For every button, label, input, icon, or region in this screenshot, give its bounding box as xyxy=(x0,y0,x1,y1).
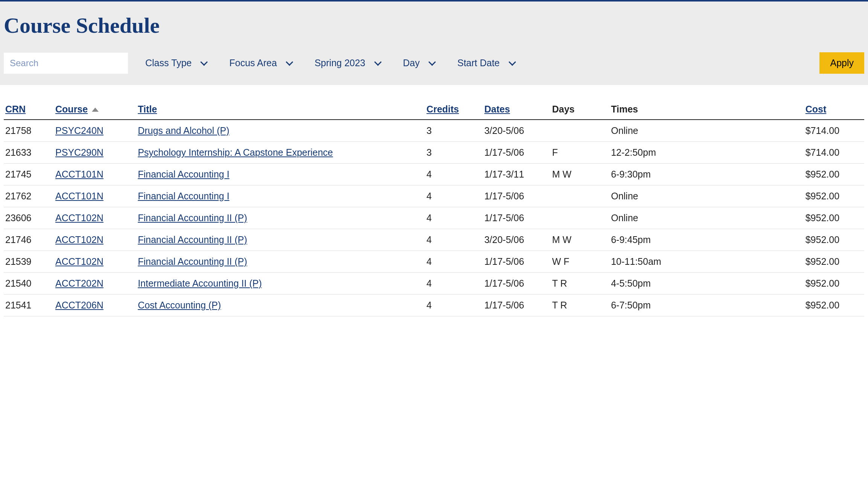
col-header-course[interactable]: Course xyxy=(54,100,136,120)
cell-crn: 23606 xyxy=(4,207,54,229)
search-input[interactable] xyxy=(4,53,128,74)
cell-credits: 4 xyxy=(425,229,483,251)
cell-times: 6-7:50pm xyxy=(609,295,804,316)
table-row: 23606ACCT102NFinancial Accounting II (P)… xyxy=(4,207,864,229)
cell-times: 6-9:30pm xyxy=(609,164,804,185)
start-date-dropdown[interactable]: Start Date xyxy=(452,54,520,72)
cell-dates: 1/17-3/11 xyxy=(483,164,551,185)
cell-cost: $952.00 xyxy=(804,229,864,251)
cell-days: T R xyxy=(551,273,610,295)
cell-times: 6-9:45pm xyxy=(609,229,804,251)
course-link[interactable]: ACCT102N xyxy=(55,234,104,245)
cell-crn: 21746 xyxy=(4,229,54,251)
table-row: 21745ACCT101NFinancial Accounting I41/17… xyxy=(4,164,864,185)
cell-cost: $952.00 xyxy=(804,295,864,316)
title-link[interactable]: Cost Accounting (P) xyxy=(138,300,221,310)
cell-crn: 21762 xyxy=(4,185,54,207)
col-header-crn-label: CRN xyxy=(5,104,26,114)
course-link[interactable]: PSYC290N xyxy=(55,147,104,158)
term-label: Spring 2023 xyxy=(315,58,365,68)
cell-title: Cost Accounting (P) xyxy=(136,295,425,316)
title-link[interactable]: Drugs and Alcohol (P) xyxy=(138,125,229,136)
cell-cost: $952.00 xyxy=(804,251,864,273)
title-link[interactable]: Psychology Internship: A Capstone Experi… xyxy=(138,147,333,158)
cell-cost: $952.00 xyxy=(804,164,864,185)
focus-area-dropdown[interactable]: Focus Area xyxy=(224,54,297,72)
chevron-down-icon xyxy=(286,58,293,66)
day-dropdown[interactable]: Day xyxy=(398,54,440,72)
title-link[interactable]: Financial Accounting II (P) xyxy=(138,234,247,245)
cell-dates: 1/17-5/06 xyxy=(483,251,551,273)
cell-cost: $952.00 xyxy=(804,273,864,295)
schedule-table-wrap: CRN Course Title Credits Dates Days xyxy=(0,85,868,316)
cell-cost: $714.00 xyxy=(804,120,864,142)
cell-credits: 4 xyxy=(425,164,483,185)
cell-days: M W xyxy=(551,229,610,251)
cell-dates: 1/17-5/06 xyxy=(483,207,551,229)
cell-credits: 4 xyxy=(425,273,483,295)
col-header-crn[interactable]: CRN xyxy=(4,100,54,120)
course-link[interactable]: PSYC240N xyxy=(55,125,104,136)
cell-title: Financial Accounting II (P) xyxy=(136,207,425,229)
col-header-cost-label: Cost xyxy=(806,104,827,114)
course-link[interactable]: ACCT101N xyxy=(55,169,104,179)
table-header-row: CRN Course Title Credits Dates Days xyxy=(4,100,864,120)
cell-credits: 3 xyxy=(425,120,483,142)
title-link[interactable]: Intermediate Accounting II (P) xyxy=(138,278,262,289)
course-link[interactable]: ACCT202N xyxy=(55,278,104,289)
cell-crn: 21745 xyxy=(4,164,54,185)
course-link[interactable]: ACCT206N xyxy=(55,300,104,310)
col-header-cost[interactable]: Cost xyxy=(804,100,864,120)
cell-crn: 21541 xyxy=(4,295,54,316)
cell-days: F xyxy=(551,142,610,164)
cell-cost: $714.00 xyxy=(804,142,864,164)
title-link[interactable]: Financial Accounting II (P) xyxy=(138,213,247,223)
title-link[interactable]: Financial Accounting I xyxy=(138,169,229,179)
cell-times: Online xyxy=(609,207,804,229)
cell-credits: 4 xyxy=(425,207,483,229)
header-area: Course Schedule Class Type Focus Area Sp… xyxy=(0,2,868,85)
term-dropdown[interactable]: Spring 2023 xyxy=(309,54,386,72)
cell-days: T R xyxy=(551,295,610,316)
title-link[interactable]: Financial Accounting II (P) xyxy=(138,256,247,267)
class-type-label: Class Type xyxy=(145,58,192,68)
col-header-title-label: Title xyxy=(138,104,157,114)
course-link[interactable]: ACCT102N xyxy=(55,213,104,223)
cell-course: ACCT102N xyxy=(54,229,136,251)
chevron-down-icon xyxy=(509,58,516,66)
col-header-credits[interactable]: Credits xyxy=(425,100,483,120)
cell-dates: 3/20-5/06 xyxy=(483,229,551,251)
cell-credits: 4 xyxy=(425,251,483,273)
day-label: Day xyxy=(403,58,420,68)
cell-crn: 21758 xyxy=(4,120,54,142)
cell-days xyxy=(551,120,610,142)
cell-crn: 21633 xyxy=(4,142,54,164)
table-row: 21762ACCT101NFinancial Accounting I41/17… xyxy=(4,185,864,207)
course-link[interactable]: ACCT102N xyxy=(55,256,104,267)
cell-crn: 21539 xyxy=(4,251,54,273)
cell-course: ACCT101N xyxy=(54,164,136,185)
class-type-dropdown[interactable]: Class Type xyxy=(140,54,212,72)
cell-days xyxy=(551,185,610,207)
cell-title: Financial Accounting I xyxy=(136,185,425,207)
table-row: 21633PSYC290NPsychology Internship: A Ca… xyxy=(4,142,864,164)
apply-button[interactable]: Apply xyxy=(819,52,864,74)
cell-times: 10-11:50am xyxy=(609,251,804,273)
course-link[interactable]: ACCT101N xyxy=(55,191,104,201)
cell-title: Drugs and Alcohol (P) xyxy=(136,120,425,142)
page-title: Course Schedule xyxy=(4,13,864,38)
cell-dates: 1/17-5/06 xyxy=(483,295,551,316)
focus-area-label: Focus Area xyxy=(229,58,277,68)
cell-course: ACCT202N xyxy=(54,273,136,295)
cell-credits: 3 xyxy=(425,142,483,164)
cell-times: 4-5:50pm xyxy=(609,273,804,295)
title-link[interactable]: Financial Accounting I xyxy=(138,191,229,201)
table-row: 21541ACCT206NCost Accounting (P)41/17-5/… xyxy=(4,295,864,316)
cell-course: ACCT101N xyxy=(54,185,136,207)
col-header-dates[interactable]: Dates xyxy=(483,100,551,120)
cell-times: Online xyxy=(609,185,804,207)
cell-dates: 1/17-5/06 xyxy=(483,142,551,164)
cell-course: PSYC240N xyxy=(54,120,136,142)
col-header-title[interactable]: Title xyxy=(136,100,425,120)
chevron-down-icon xyxy=(428,58,436,66)
